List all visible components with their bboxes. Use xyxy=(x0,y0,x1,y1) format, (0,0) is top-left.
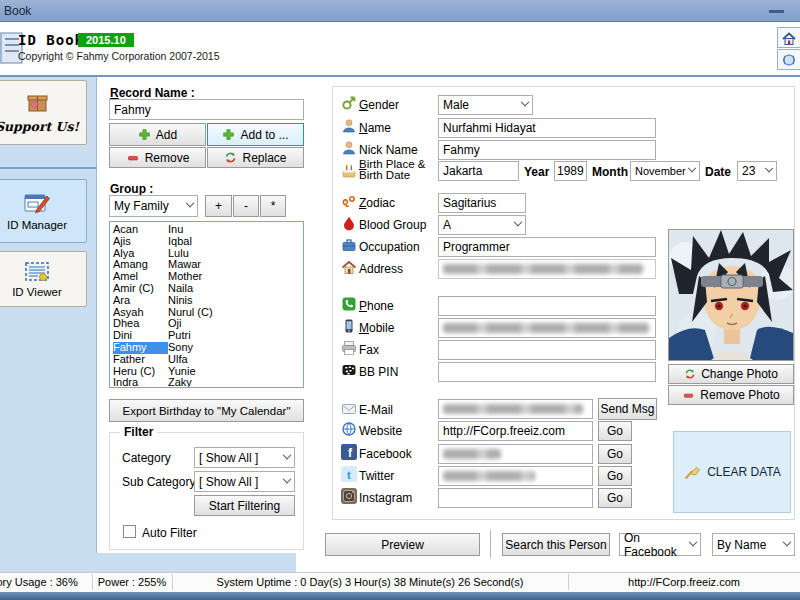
support-us-button[interactable]: Support Us! xyxy=(0,80,87,145)
uptime-status: System Uptime : 0 Day(s) 3 Hour(s) 38 Mi… xyxy=(172,576,568,588)
bb-pin-input[interactable] xyxy=(438,362,656,382)
list-item[interactable]: AcanInu xyxy=(110,224,303,236)
nick-name-value[interactable] xyxy=(443,143,651,157)
instagram-input[interactable] xyxy=(438,488,593,508)
email-input[interactable] xyxy=(438,399,593,419)
start-filtering-button[interactable]: Start Filtering xyxy=(194,495,295,516)
remove-photo-button[interactable]: Remove Photo xyxy=(668,385,794,405)
phone-icon xyxy=(341,296,357,312)
group-rename-button[interactable]: * xyxy=(260,195,286,217)
date-select[interactable]: 23 xyxy=(737,161,777,181)
version-badge: 2015.10 xyxy=(78,33,134,47)
name-value[interactable] xyxy=(443,121,651,135)
fax-input[interactable] xyxy=(438,340,656,360)
cake-icon xyxy=(341,163,357,179)
home-button[interactable] xyxy=(777,27,800,48)
twitter-input[interactable] xyxy=(438,466,593,486)
list-item[interactable]: FahmySony xyxy=(110,342,303,354)
list-item[interactable]: AraNinis xyxy=(110,295,303,307)
group-list[interactable]: AcanInuAjisIqbalAlyaLuluAmangMawarAmelMo… xyxy=(109,221,304,388)
search-person-button[interactable]: Search this Person xyxy=(502,533,610,556)
record-name-input[interactable] xyxy=(109,99,304,120)
website-button[interactable] xyxy=(777,49,800,70)
list-item[interactable]: Amir (C)Naila xyxy=(110,283,303,295)
clear-data-button[interactable]: CLEAR DATA xyxy=(673,431,791,513)
add-button-label: Add xyxy=(156,128,177,142)
occupation-value[interactable] xyxy=(443,240,651,254)
website-input[interactable] xyxy=(438,421,593,441)
change-photo-button[interactable]: Change Photo xyxy=(668,364,794,384)
start-filtering-label: Start Filtering xyxy=(209,499,280,513)
name-input[interactable] xyxy=(438,118,656,138)
send-msg-button[interactable]: Send Msg xyxy=(598,398,657,420)
facebook-icon: f xyxy=(341,444,357,460)
replace-button-label: Replace xyxy=(242,151,286,165)
year-value[interactable] xyxy=(557,164,584,178)
preview-button[interactable]: Preview xyxy=(325,533,480,556)
send-msg-label: Send Msg xyxy=(600,402,654,416)
search-by-select[interactable]: By Name xyxy=(712,533,795,556)
month-select[interactable]: November xyxy=(630,161,700,181)
instagram-go-button[interactable]: Go xyxy=(598,488,632,508)
sidebar-item-id-manager[interactable]: ID Manager xyxy=(0,179,87,243)
mobile-label: Mobile xyxy=(359,321,394,335)
record-name-value[interactable] xyxy=(114,103,299,117)
month-value: November xyxy=(635,165,686,177)
address-input[interactable] xyxy=(438,259,656,279)
detail-panel: Gender Male Name Nick Name xyxy=(332,86,795,520)
replace-button[interactable]: Replace xyxy=(207,147,304,168)
gift-icon xyxy=(24,92,50,116)
mobile-input[interactable] xyxy=(438,318,656,338)
add-button[interactable]: Add xyxy=(109,123,206,146)
website-go-button[interactable]: Go xyxy=(598,421,632,441)
gender-select[interactable]: Male xyxy=(438,95,533,115)
year-input[interactable] xyxy=(554,161,587,181)
bb-pin-value[interactable] xyxy=(443,365,651,379)
add-to-button[interactable]: Add to ... xyxy=(207,123,304,146)
change-photo-label: Change Photo xyxy=(701,367,778,381)
list-item[interactable]: Heru (C)Yunie xyxy=(110,366,303,378)
phone-input[interactable] xyxy=(438,296,656,316)
list-item[interactable]: FatherUlfa xyxy=(110,354,303,366)
window-bottom-border xyxy=(0,592,800,600)
instagram-value[interactable] xyxy=(443,491,588,505)
birth-place-value[interactable] xyxy=(443,164,514,178)
minimize-button[interactable] xyxy=(769,10,784,13)
export-birthday-button[interactable]: Export Birthday to "My Calendar" xyxy=(109,399,304,422)
birth-place-input[interactable] xyxy=(438,161,519,181)
status-bar: Memory Usage : 36% Power : 255% System U… xyxy=(0,572,800,592)
go-label: Go xyxy=(607,469,623,483)
auto-filter-checkbox[interactable] xyxy=(123,525,136,538)
list-item[interactable]: DheaOji xyxy=(110,318,303,330)
search-on-select[interactable]: On Facebook xyxy=(619,533,701,556)
subcategory-select[interactable]: [ Show All ] xyxy=(194,471,295,492)
twitter-go-button[interactable]: Go xyxy=(598,466,632,486)
minus-icon xyxy=(682,390,695,401)
list-item[interactable]: AjisIqbal xyxy=(110,236,303,248)
website-value[interactable] xyxy=(443,424,588,438)
occupation-input[interactable] xyxy=(438,237,656,257)
phone-value[interactable] xyxy=(443,299,651,313)
list-item[interactable]: AmangMawar xyxy=(110,259,303,271)
group-select[interactable]: My Family xyxy=(109,195,198,217)
date-label: Date xyxy=(705,165,731,179)
list-item[interactable]: IndraZaky xyxy=(110,377,303,388)
memory-usage-status: Memory Usage : 36% xyxy=(0,576,78,588)
nick-name-input[interactable] xyxy=(438,140,656,160)
sidebar-item-label: ID Viewer xyxy=(12,286,62,298)
group-remove-button[interactable]: - xyxy=(233,195,259,217)
fax-value[interactable] xyxy=(443,343,651,357)
chevron-down-icon xyxy=(283,450,291,458)
zodiac-input[interactable] xyxy=(438,193,526,213)
blood-group-select[interactable]: A xyxy=(438,215,526,235)
facebook-go-button[interactable]: Go xyxy=(598,444,632,464)
group-add-button[interactable]: + xyxy=(205,195,232,217)
facebook-input[interactable] xyxy=(438,444,593,464)
sidebar-item-id-viewer[interactable]: ID Viewer xyxy=(0,251,87,307)
zodiac-value[interactable] xyxy=(443,196,521,210)
birth-place-label-line2: Birth Date xyxy=(359,170,410,181)
month-label: Month xyxy=(592,165,628,179)
remove-button[interactable]: Remove xyxy=(109,147,206,168)
sidebar: Support Us! ID Manager ID Viewer xyxy=(0,77,97,553)
category-select[interactable]: [ Show All ] xyxy=(194,447,295,468)
